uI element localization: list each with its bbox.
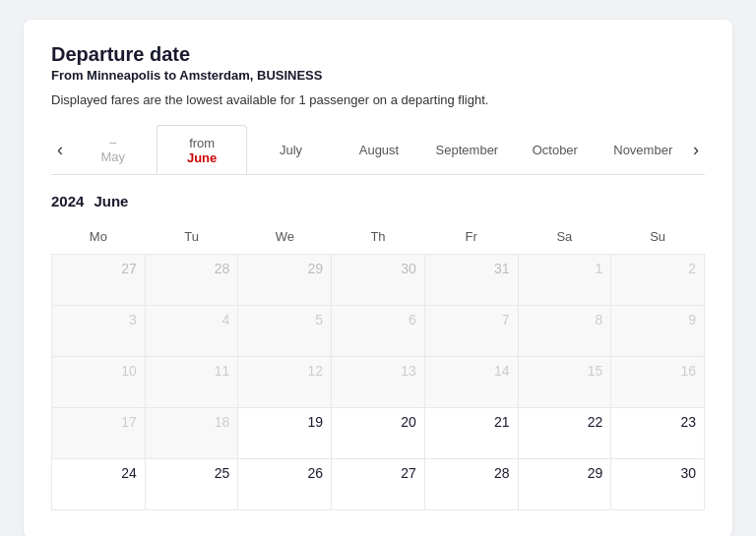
calendar-day-30: 30 (332, 255, 425, 306)
weekday-header-we: We (238, 223, 332, 255)
calendar-day-16: 16 (611, 357, 705, 408)
calendar-day-25[interactable]: 25 (145, 459, 238, 510)
day-number: 10 (121, 363, 137, 379)
calendar-day-31: 31 (424, 255, 518, 306)
day-number: 12 (308, 363, 324, 379)
weekday-row: MoTuWeThFrSaSu (52, 223, 705, 255)
weekday-header-su: Su (611, 223, 705, 255)
subtitle: From Minneapolis to Amsterdam, BUSINESS (51, 68, 705, 83)
day-number: 24 (121, 465, 137, 481)
calendar-day-27: 27 (52, 255, 146, 306)
calendar-week-4: 17181920212223 (52, 408, 705, 459)
prev-month-button[interactable]: ‹ (51, 141, 69, 158)
calendar-day-27[interactable]: 27 (332, 459, 425, 510)
next-month-button[interactable]: › (687, 141, 705, 158)
day-number: 30 (401, 261, 416, 276)
month-tab-july[interactable]: July (247, 125, 335, 174)
calendar-day-29: 29 (238, 255, 332, 306)
calendar-day-28: 28 (145, 255, 238, 306)
calendar-day-7: 7 (424, 306, 518, 357)
page-title: Departure date (51, 43, 705, 66)
calendar-day-6: 6 (332, 306, 425, 357)
calendar-day-20[interactable]: 20 (332, 408, 425, 459)
calendar-day-23[interactable]: 23 (611, 408, 705, 459)
day-number: 1 (595, 261, 602, 276)
day-number: 19 (308, 414, 324, 430)
month-tab-may[interactable]: –May (69, 125, 157, 174)
day-number: 29 (588, 465, 603, 481)
weekday-header-th: Th (332, 223, 425, 255)
day-number: 13 (401, 363, 416, 379)
calendar-day-18: 18 (145, 408, 238, 459)
day-number: 29 (308, 261, 324, 276)
month-tab-june[interactable]: fromJune (157, 125, 246, 174)
month-tab-october[interactable]: October (511, 125, 598, 174)
calendar-week-2: 3456789 (52, 306, 705, 357)
calendar-day-9: 9 (611, 306, 705, 357)
day-number: 7 (502, 312, 510, 328)
day-number: 25 (215, 465, 230, 481)
day-number: 15 (588, 363, 603, 379)
month-tab-september[interactable]: September (423, 125, 511, 174)
day-number: 27 (401, 465, 416, 481)
calendar-day-22[interactable]: 22 (518, 408, 611, 459)
day-number: 31 (494, 261, 510, 276)
calendar-day-4: 4 (145, 306, 238, 357)
calendar-day-15: 15 (518, 357, 611, 408)
calendar-day-30[interactable]: 30 (611, 459, 705, 510)
day-number: 28 (215, 261, 230, 276)
day-number: 17 (121, 414, 137, 430)
calendar-day-29[interactable]: 29 (518, 459, 611, 510)
month-tabs-list: –MayfromJuneJulyAugustSeptemberOctoberNo… (69, 125, 687, 174)
day-number: 4 (222, 312, 230, 328)
day-number: 2 (688, 261, 696, 276)
month-tab-august[interactable]: August (335, 125, 422, 174)
calendar-week-1: 272829303112 (52, 255, 705, 306)
calendar-month-name: June (94, 193, 128, 209)
calendar-day-5: 5 (238, 306, 332, 357)
day-number: 9 (688, 312, 696, 328)
day-number: 21 (494, 414, 510, 430)
calendar-day-13: 13 (332, 357, 425, 408)
calendar-day-10: 10 (52, 357, 146, 408)
day-number: 26 (308, 465, 324, 481)
calendar-day-1: 1 (518, 255, 611, 306)
day-number: 3 (129, 312, 137, 328)
day-number: 16 (680, 363, 696, 379)
day-number: 27 (121, 261, 137, 276)
main-container: Departure date From Minneapolis to Amste… (24, 20, 732, 536)
calendar-day-3: 3 (52, 306, 146, 357)
day-number: 11 (215, 363, 230, 379)
calendar-header: 2024 June (51, 193, 705, 209)
calendar-grid: MoTuWeThFrSaSu 2728293031123456789101112… (51, 223, 705, 510)
weekday-header-fr: Fr (424, 223, 518, 255)
weekday-header-mo: Mo (52, 223, 146, 255)
calendar-day-19[interactable]: 19 (238, 408, 332, 459)
calendar-day-2: 2 (611, 255, 705, 306)
day-number: 20 (401, 414, 416, 430)
calendar-day-11: 11 (145, 357, 238, 408)
calendar-day-12: 12 (238, 357, 332, 408)
day-number: 22 (588, 414, 603, 430)
day-number: 28 (494, 465, 510, 481)
day-number: 14 (494, 363, 510, 379)
description: Displayed fares are the lowest available… (51, 92, 705, 107)
calendar-day-28[interactable]: 28 (424, 459, 518, 510)
day-number: 6 (409, 312, 416, 328)
calendar-week-3: 10111213141516 (52, 357, 705, 408)
month-strip: ‹ –MayfromJuneJulyAugustSeptemberOctober… (51, 125, 705, 175)
calendar-week-5: 24252627282930 (52, 459, 705, 510)
calendar-day-14: 14 (424, 357, 518, 408)
day-number: 23 (680, 414, 696, 430)
calendar-day-26[interactable]: 26 (238, 459, 332, 510)
day-number: 8 (595, 312, 602, 328)
weekday-header-sa: Sa (518, 223, 611, 255)
day-number: 18 (215, 414, 230, 430)
month-tab-november[interactable]: November (599, 125, 687, 174)
calendar-day-21[interactable]: 21 (424, 408, 518, 459)
calendar-body: 2728293031123456789101112131415161718192… (52, 255, 705, 510)
day-number: 5 (315, 312, 323, 328)
weekday-header-tu: Tu (145, 223, 238, 255)
day-number: 30 (680, 465, 696, 481)
calendar-day-24[interactable]: 24 (52, 459, 146, 510)
